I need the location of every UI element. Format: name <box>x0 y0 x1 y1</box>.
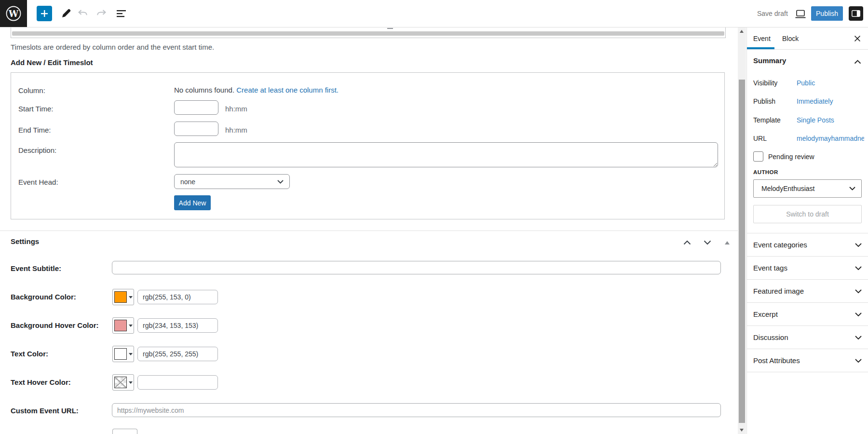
move-up-button[interactable] <box>681 236 693 249</box>
custom-event-url-input[interactable] <box>112 403 721 417</box>
svg-text:W: W <box>8 9 19 19</box>
summary-collapse-button[interactable] <box>854 57 861 66</box>
plus-icon <box>40 9 49 18</box>
list-view-button[interactable] <box>115 8 128 19</box>
background-hover-color-picker-button[interactable] <box>112 317 134 334</box>
panel-post-attributes[interactable]: Post Attributes <box>747 349 868 372</box>
event-subtitle-label: Event Subtitle: <box>11 264 61 272</box>
chevron-down-icon <box>855 289 862 293</box>
horizontal-scrollbar[interactable] <box>12 31 724 36</box>
pending-review-checkbox[interactable] <box>753 151 763 162</box>
author-selected-value: MelodyEnthusiast <box>761 185 815 192</box>
wordpress-logo[interactable]: W <box>0 0 27 27</box>
panel-event-tags[interactable]: Event tags <box>747 257 868 280</box>
text-color-input[interactable] <box>137 347 218 361</box>
chevron-up-icon <box>854 60 861 64</box>
panel-label: Discussion <box>753 333 788 341</box>
sidebar-tabs: Event Block <box>747 27 868 50</box>
event-head-selected-value: none <box>180 178 195 186</box>
settings-heading: Settings <box>11 237 39 245</box>
text-hover-color-input[interactable] <box>137 375 218 390</box>
panel-event-categories[interactable]: Event categories <box>747 233 868 257</box>
caret-down-icon <box>129 296 133 298</box>
panel-discussion[interactable]: Discussion <box>747 326 868 349</box>
end-time-input[interactable] <box>174 122 218 136</box>
pending-review-label: Pending review <box>768 153 814 161</box>
summary-heading[interactable]: Summary <box>753 56 786 65</box>
panel-label: Excerpt <box>753 310 778 318</box>
timeslot-order-note: Timeslots are ordered by column order an… <box>11 43 214 51</box>
panel-excerpt[interactable]: Excerpt <box>747 303 868 326</box>
text-color-picker-button[interactable] <box>112 346 134 362</box>
background-color-picker-button[interactable] <box>112 289 134 305</box>
chevron-down-icon <box>855 359 862 363</box>
panel-label: Event tags <box>753 264 787 272</box>
preview-button[interactable] <box>793 9 808 19</box>
no-color-swatch <box>114 377 127 388</box>
visibility-value[interactable]: Public <box>797 79 815 87</box>
text-color-label: Text Color: <box>11 350 48 358</box>
custom-event-url-label: Custom Event URL: <box>11 407 79 415</box>
settings-panel-toggle-button[interactable] <box>849 6 863 21</box>
visibility-label: Visibility <box>753 79 777 87</box>
text-hover-color-label: Text Hover Color: <box>11 378 71 386</box>
description-textarea[interactable] <box>174 142 718 167</box>
vertical-scrollbar[interactable] <box>738 27 746 434</box>
edit-tool-button[interactable] <box>59 7 73 20</box>
start-time-input[interactable] <box>174 100 218 115</box>
chevron-down-icon <box>855 336 862 339</box>
event-subtitle-input[interactable] <box>112 261 721 274</box>
publish-button[interactable]: Publish <box>811 6 843 21</box>
create-column-link[interactable]: Create at least one column first. <box>236 86 339 94</box>
event-head-select[interactable]: none <box>174 174 290 189</box>
panel-featured-image[interactable]: Featured image <box>747 280 868 303</box>
scroll-up-arrow[interactable] <box>740 30 744 33</box>
redo-button[interactable] <box>95 8 108 19</box>
add-edit-timeslot-heading: Add New / Edit Timeslot <box>11 58 93 67</box>
scrollbar-thumb[interactable] <box>739 80 745 423</box>
background-color-swatch <box>114 291 127 303</box>
background-color-input[interactable] <box>137 290 218 304</box>
collapse-toggle-icon[interactable] <box>725 241 730 244</box>
undo-icon <box>77 9 89 18</box>
text-color-swatch <box>114 348 127 360</box>
next-field-cutoff[interactable] <box>112 429 137 434</box>
move-down-button[interactable] <box>701 236 714 249</box>
publish-date-value[interactable]: Immediately <box>797 97 833 105</box>
event-head-label: Event Head: <box>18 178 58 186</box>
no-color-x-icon <box>115 377 126 388</box>
wordpress-logo-icon: W <box>3 3 24 24</box>
chevron-down-icon <box>277 180 284 184</box>
tab-block[interactable]: Block <box>782 27 799 50</box>
end-time-label: End Time: <box>18 126 51 134</box>
active-tab-underline <box>747 47 774 49</box>
chevron-down-icon <box>855 266 862 270</box>
panel-label: Event categories <box>753 241 807 249</box>
publish-date-label: Publish <box>753 97 775 105</box>
tab-event[interactable]: Event <box>753 27 771 50</box>
chevron-up-icon <box>683 240 691 245</box>
author-select[interactable]: MelodyEnthusiast <box>753 179 862 198</box>
scroll-down-arrow[interactable] <box>740 429 744 432</box>
template-label: Template <box>753 116 781 124</box>
switch-to-draft-button[interactable]: Switch to draft <box>753 205 862 223</box>
panel-label: Post Attributes <box>753 356 800 365</box>
url-label: URL <box>753 135 767 142</box>
text-hover-color-picker-button[interactable] <box>112 374 134 391</box>
description-label: Description: <box>18 146 56 154</box>
template-value[interactable]: Single Posts <box>797 116 834 124</box>
background-hover-color-input[interactable] <box>137 318 218 333</box>
undo-button[interactable] <box>76 8 90 19</box>
url-value[interactable]: melodymayhammadne... <box>797 135 864 142</box>
settings-divider <box>0 231 738 231</box>
add-block-button[interactable] <box>37 6 52 21</box>
pencil-icon <box>61 8 71 19</box>
chevron-down-icon <box>855 312 862 316</box>
add-new-button[interactable]: Add New <box>174 195 211 210</box>
close-icon <box>854 35 861 42</box>
settings-sidebar: Event Block Summary Visibility Public Pu… <box>746 27 868 434</box>
close-sidebar-button[interactable] <box>853 34 862 43</box>
wordpress-editor: { "header": { "save_draft_label": "Save … <box>0 0 868 434</box>
background-hover-color-label: Background Hover Color: <box>11 321 99 329</box>
save-draft-button[interactable]: Save draft <box>757 0 788 27</box>
